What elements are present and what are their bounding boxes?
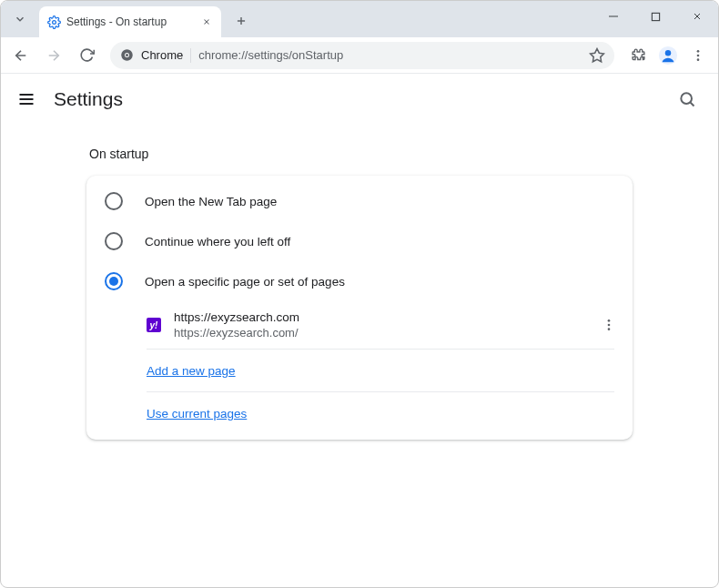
add-page-link[interactable]: Add a new page	[147, 364, 236, 378]
svg-point-13	[125, 54, 127, 56]
reload-button[interactable]	[72, 41, 101, 70]
new-tab-button[interactable]	[228, 8, 254, 34]
radio-option-continue[interactable]: Continue where you left off	[86, 221, 633, 261]
svg-marker-14	[591, 48, 604, 61]
gear-icon	[46, 15, 61, 29]
menu-button[interactable]	[684, 41, 713, 70]
section-label: On startup	[89, 147, 718, 161]
radio-option-new-tab[interactable]: Open the New Tab page	[86, 181, 633, 221]
settings-content: On startup Open the New Tab page Continu…	[1, 125, 718, 440]
startup-card: Open the New Tab page Continue where you…	[86, 176, 633, 440]
origin-label: Chrome	[141, 48, 183, 62]
browser-toolbar: Chrome chrome://settings/onStartup	[1, 37, 718, 74]
chrome-icon	[119, 48, 134, 63]
radio-label: Continue where you left off	[145, 235, 290, 248]
close-tab-button[interactable]	[199, 15, 214, 29]
startup-pages-list: y! https://exyzsearch.com https://exyzse…	[86, 301, 633, 434]
minimize-button[interactable]	[592, 1, 634, 32]
maximize-button[interactable]	[634, 1, 676, 32]
extensions-button[interactable]	[623, 41, 653, 70]
svg-point-27	[608, 328, 611, 330]
radio-icon	[105, 192, 123, 210]
settings-header: Settings	[1, 74, 718, 125]
close-window-button[interactable]	[676, 1, 718, 32]
svg-point-0	[52, 20, 56, 24]
page-favicon: y!	[147, 318, 161, 332]
window-titlebar: Settings - On startup	[1, 1, 718, 37]
svg-rect-6	[652, 13, 659, 20]
radio-icon	[105, 272, 123, 290]
svg-line-24	[691, 103, 694, 106]
address-bar[interactable]: Chrome chrome://settings/onStartup	[110, 42, 614, 69]
svg-point-23	[681, 93, 692, 104]
tab-search-button[interactable]	[6, 5, 34, 33]
omnibox-divider	[190, 48, 191, 63]
back-button[interactable]	[6, 41, 35, 70]
profile-avatar[interactable]	[656, 44, 680, 67]
page-title: Settings	[54, 88, 654, 110]
use-current-row: Use current pages	[130, 392, 633, 434]
svg-point-26	[608, 324, 611, 327]
svg-point-18	[697, 54, 700, 56]
svg-point-25	[608, 319, 611, 322]
page-title-text: https://exyzsearch.com	[174, 310, 582, 324]
radio-option-specific-pages[interactable]: Open a specific page or set of pages	[86, 261, 633, 301]
window-controls	[592, 1, 718, 37]
svg-point-17	[697, 50, 700, 53]
add-page-row: Add a new page	[130, 350, 633, 391]
startup-page-item: y! https://exyzsearch.com https://exyzse…	[130, 301, 633, 349]
menu-icon[interactable]	[15, 88, 37, 110]
page-more-button[interactable]	[594, 310, 623, 340]
svg-point-16	[665, 50, 671, 56]
tab-title: Settings - On startup	[66, 15, 194, 28]
svg-point-19	[697, 58, 700, 61]
radio-label: Open the New Tab page	[145, 195, 277, 208]
page-url-text: https://exyzsearch.com/	[174, 326, 582, 340]
page-text: https://exyzsearch.com https://exyzsearc…	[174, 310, 582, 340]
radio-icon	[105, 232, 123, 250]
tab-strip: Settings - On startup	[1, 1, 592, 37]
use-current-link[interactable]: Use current pages	[147, 407, 247, 421]
search-button[interactable]	[671, 83, 704, 116]
radio-label: Open a specific page or set of pages	[145, 275, 345, 289]
browser-tab[interactable]: Settings - On startup	[39, 6, 221, 37]
forward-button[interactable]	[39, 41, 68, 70]
url-text: chrome://settings/onStartup	[198, 48, 582, 62]
bookmark-star-icon[interactable]	[589, 47, 605, 64]
